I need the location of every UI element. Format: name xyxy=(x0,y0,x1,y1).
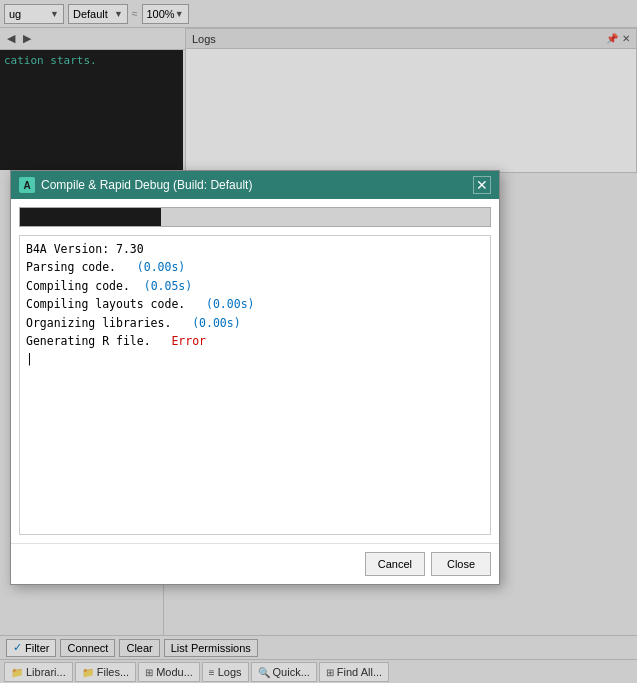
log-time-3: (0.05s) xyxy=(144,279,192,293)
close-label: Close xyxy=(447,558,475,570)
log-line-3: Compiling code. (0.05s) xyxy=(26,277,484,295)
log-line-2: Parsing code. (0.00s) xyxy=(26,258,484,276)
log-text-4: Compiling layouts code. xyxy=(26,297,206,311)
close-button[interactable]: Close xyxy=(431,552,491,576)
log-text-2: Parsing code. xyxy=(26,260,137,274)
log-cursor: | xyxy=(26,352,33,366)
dialog-body: B4A Version: 7.30 Parsing code. (0.00s) … xyxy=(11,199,499,543)
log-text-1: B4A Version: 7.30 xyxy=(26,242,144,256)
log-line-6: Generating R file. Error xyxy=(26,332,484,350)
log-line-7: | xyxy=(26,350,484,368)
dialog-titlebar: A Compile & Rapid Debug (Build: Default)… xyxy=(11,171,499,199)
log-text-3: Compiling code. xyxy=(26,279,144,293)
log-error-6: Error xyxy=(171,334,206,348)
log-time-4: (0.00s) xyxy=(206,297,254,311)
compile-dialog: A Compile & Rapid Debug (Build: Default)… xyxy=(10,170,500,585)
dialog-footer: Cancel Close xyxy=(11,543,499,584)
log-text-5: Organizing libraries. xyxy=(26,316,192,330)
log-output[interactable]: B4A Version: 7.30 Parsing code. (0.00s) … xyxy=(19,235,491,535)
cancel-button[interactable]: Cancel xyxy=(365,552,425,576)
log-line-4: Compiling layouts code. (0.00s) xyxy=(26,295,484,313)
progress-bar-fill xyxy=(20,208,161,226)
dialog-title-icon: A xyxy=(19,177,35,193)
log-time-5: (0.00s) xyxy=(192,316,240,330)
log-text-6: Generating R file. xyxy=(26,334,171,348)
log-time-2: (0.00s) xyxy=(137,260,185,274)
log-line-1: B4A Version: 7.30 xyxy=(26,240,484,258)
progress-bar-container xyxy=(19,207,491,227)
dialog-close-button[interactable]: ✕ xyxy=(473,176,491,194)
dialog-overlay: A Compile & Rapid Debug (Build: Default)… xyxy=(0,0,637,683)
log-line-5: Organizing libraries. (0.00s) xyxy=(26,314,484,332)
dialog-title-text: Compile & Rapid Debug (Build: Default) xyxy=(41,178,473,192)
cancel-label: Cancel xyxy=(378,558,412,570)
